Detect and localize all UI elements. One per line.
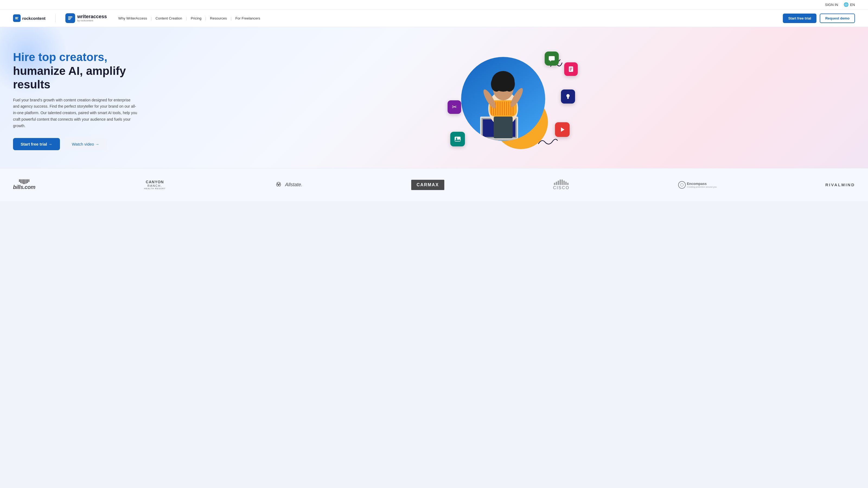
- svg-rect-37: [567, 97, 569, 98]
- carmax-text: CARMAX: [411, 180, 444, 190]
- svg-rect-5: [68, 19, 70, 20]
- encompass-sub: Creating protection around you: [687, 186, 717, 188]
- encompass-circle-icon: [678, 181, 686, 189]
- svg-rect-16: [500, 102, 500, 115]
- rockcontent-icon: [13, 14, 21, 22]
- svg-rect-19: [506, 102, 507, 115]
- nav-resources[interactable]: Resources: [207, 14, 229, 22]
- svg-rect-17: [502, 102, 503, 115]
- rivalmind-text: RIVALMIND: [826, 183, 855, 187]
- writeraccess-name: writeraccess: [77, 14, 107, 20]
- floating-icon-image: [450, 132, 465, 147]
- brand-cisco: CISCO: [553, 180, 569, 190]
- navbar: rockcontent writeraccess by rockcontent …: [0, 9, 868, 27]
- allstate-hands-icon: [274, 181, 283, 189]
- hero-watch-video-button[interactable]: Watch video →: [64, 138, 107, 150]
- svg-rect-33: [569, 68, 572, 68]
- brands-bar: bills.com CANYON RANCH. HEALTH RESORT Al…: [0, 168, 868, 201]
- encompass-text: Encompass: [687, 182, 717, 186]
- writeraccess-sub: by rockcontent: [77, 20, 107, 22]
- brand-canyon-ranch: CANYON RANCH. HEALTH RESORT: [144, 180, 165, 190]
- svg-rect-35: [569, 70, 571, 70]
- svg-point-36: [566, 94, 569, 97]
- language-label: EN: [850, 3, 855, 7]
- svg-rect-9: [476, 139, 522, 140]
- nav-divider: [55, 14, 56, 22]
- nav-links: Why WriterAccess | Content Creation | Pr…: [116, 14, 774, 22]
- floating-icon-play: [555, 122, 569, 137]
- top-bar: SIGN IN 🌐 EN: [0, 0, 868, 9]
- floating-icon-scissors: ✂: [447, 100, 461, 114]
- nav-sep-1: |: [150, 16, 152, 20]
- svg-rect-29: [494, 117, 513, 138]
- allstate-text: Allstate.: [285, 182, 303, 188]
- rockcontent-logo[interactable]: rockcontent: [13, 14, 45, 22]
- svg-rect-34: [569, 69, 572, 69]
- svg-rect-14: [495, 102, 496, 115]
- svg-rect-4: [68, 18, 71, 19]
- writeraccess-logo: writeraccess by rockcontent: [65, 13, 107, 23]
- bills-rays: [19, 179, 29, 184]
- floating-icon-chat: [545, 52, 559, 66]
- svg-rect-20: [508, 102, 509, 115]
- svg-point-41: [456, 138, 457, 139]
- nav-freelancers[interactable]: For Freelancers: [233, 14, 263, 22]
- writeraccess-icon: [65, 13, 75, 23]
- nav-sep-4: |: [230, 16, 232, 20]
- sign-in-link[interactable]: SIGN IN: [825, 3, 838, 7]
- brand-encompass: Encompass Creating protection around you: [678, 181, 717, 189]
- hero-title-line3: results: [13, 78, 154, 91]
- svg-rect-0: [15, 17, 19, 18]
- cisco-bars: [554, 180, 568, 185]
- nav-request-demo-button[interactable]: Request demo: [820, 13, 855, 23]
- nav-sep-3: |: [205, 16, 207, 20]
- cisco-text: CISCO: [553, 186, 569, 190]
- brand-rivalmind: RIVALMIND: [826, 183, 855, 187]
- nav-sep-2: |: [186, 16, 187, 20]
- scissors-symbol: ✂: [452, 104, 457, 110]
- hero-section: Hire top creators, humanize AI, amplify …: [0, 27, 868, 168]
- rockcontent-name: rockcontent: [22, 16, 45, 21]
- hero-title: Hire top creators, humanize AI, amplify …: [13, 51, 154, 91]
- floating-icon-lightbulb: [561, 90, 575, 104]
- health-resort-text: HEALTH RESORT: [144, 187, 165, 190]
- floating-icon-document: [564, 62, 578, 76]
- hero-title-line2: humanize AI, amplify: [13, 64, 154, 78]
- brands-row: bills.com CANYON RANCH. HEALTH RESORT Al…: [13, 179, 855, 190]
- hero-buttons: Start free trial → Watch video →: [13, 138, 154, 150]
- nav-start-trial-button[interactable]: Start free trial: [783, 13, 817, 23]
- canyon-text: CANYON: [144, 180, 165, 184]
- hero-content: Hire top creators, humanize AI, amplify …: [13, 51, 154, 150]
- language-button[interactable]: 🌐 EN: [844, 2, 855, 7]
- hero-visual: ✂: [154, 43, 855, 157]
- nav-content-creation[interactable]: Content Creation: [153, 14, 185, 22]
- hero-title-line1: Hire top creators,: [13, 51, 154, 64]
- nav-actions: Start free trial Request demo: [783, 13, 855, 23]
- hero-description: Fuel your brand's growth with content cr…: [13, 97, 138, 129]
- brand-allstate: Allstate.: [274, 181, 303, 189]
- brand-bills: bills.com: [13, 179, 35, 190]
- hero-start-trial-button[interactable]: Start free trial →: [13, 138, 60, 150]
- logo-area: rockcontent: [13, 14, 45, 22]
- bills-text: bills.com: [13, 184, 35, 190]
- svg-rect-38: [567, 98, 568, 99]
- globe-icon: 🌐: [844, 2, 849, 7]
- svg-marker-39: [561, 127, 564, 132]
- svg-point-25: [491, 76, 502, 92]
- ranch-text: RANCH.: [144, 184, 165, 187]
- svg-rect-3: [68, 17, 72, 18]
- svg-rect-1: [15, 18, 18, 19]
- svg-marker-31: [550, 61, 552, 62]
- svg-rect-15: [497, 102, 498, 115]
- nav-why-writeraccess[interactable]: Why WriterAccess: [116, 14, 150, 22]
- svg-rect-2: [15, 19, 18, 19]
- nav-pricing[interactable]: Pricing: [188, 14, 204, 22]
- svg-point-26: [504, 76, 515, 92]
- brand-carmax: CARMAX: [411, 180, 444, 190]
- svg-rect-30: [549, 56, 555, 61]
- svg-rect-18: [504, 102, 505, 115]
